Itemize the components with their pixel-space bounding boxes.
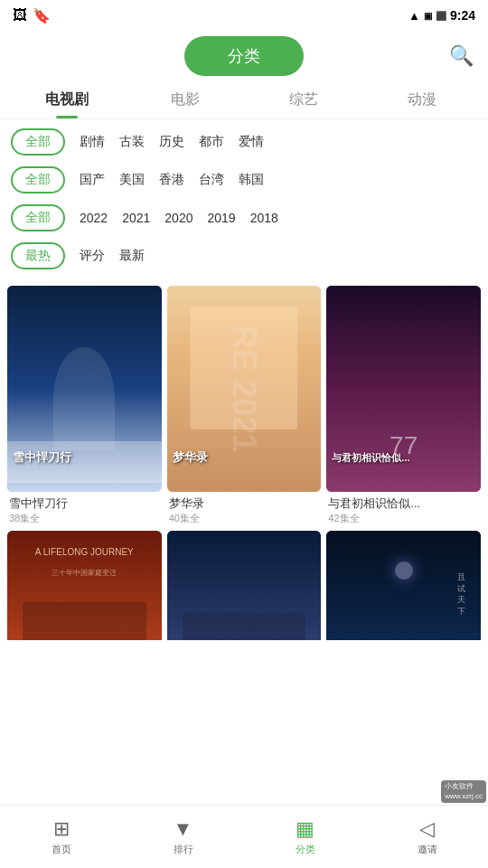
card-thumb-2: RE 2021 梦华录: [167, 286, 322, 492]
year-all-chip[interactable]: 全部: [11, 204, 65, 231]
year-2020[interactable]: 2020: [164, 211, 192, 225]
content-grid: 雪中悍刀行 雪中悍刀行 38集全 RE 2021 梦华录 梦华录 40集全 77…: [0, 278, 488, 640]
bottom-nav: ⊞ 首页 ▼ 排行 ▦ 分类 ◁ 邀请: [0, 805, 488, 868]
genre-filter-row: 全部 剧情 古装 历史 都市 爱情: [0, 123, 488, 161]
region-filter-row: 全部 国产 美国 香港 台湾 韩国: [0, 161, 488, 199]
card-1-figure-text: 雪中悍刀行: [13, 450, 156, 465]
region-korea[interactable]: 韩国: [239, 172, 264, 188]
watermark-badge: 小友软件www.xzrj.cc: [441, 780, 486, 803]
genre-costume[interactable]: 古装: [119, 134, 145, 150]
filter-section: 全部 剧情 古装 历史 都市 爱情 全部 国产 美国 香港 台湾 韩国 全部 2…: [0, 119, 488, 278]
image-icon: 🖼: [13, 7, 27, 24]
status-bar: 🖼 🔖 ▲ ▣ ⬛ 9:24: [0, 0, 488, 31]
status-icons-left: 🖼 🔖: [13, 7, 51, 24]
card-3-title: 与君初相识恰似...: [326, 495, 481, 512]
battery-icon: ⬛: [436, 11, 446, 21]
genre-all-chip[interactable]: 全部: [11, 128, 65, 156]
nav-tabs: 电视剧 电影 综艺 动漫: [0, 81, 488, 119]
card-1-sub: 38集全: [7, 512, 162, 525]
year-2019[interactable]: 2019: [207, 211, 235, 225]
card-5[interactable]: 警察荣誉 警察荣誉 36集全: [167, 531, 322, 640]
search-button[interactable]: 🔍: [449, 44, 474, 68]
sort-hot-chip[interactable]: 最热: [11, 242, 65, 269]
tab-variety[interactable]: 综艺: [244, 81, 362, 118]
region-china[interactable]: 国产: [80, 172, 105, 188]
card-6[interactable]: 且试天下 且试天下 且试天下 48集全: [326, 531, 481, 640]
card-2-figure-text: 梦华录: [173, 450, 316, 465]
home-icon: ⊞: [53, 817, 70, 841]
status-icons-right: ▲ ▣ ⬛ 9:24: [408, 8, 475, 23]
card-1[interactable]: 雪中悍刀行 雪中悍刀行 38集全: [7, 286, 162, 525]
header: 分类 🔍: [0, 31, 488, 81]
nav-ranking[interactable]: ▼ 排行: [122, 806, 244, 868]
invite-icon: ◁: [419, 817, 435, 841]
search-icon: 🔍: [449, 44, 474, 67]
card-3[interactable]: 77 与君初相识恰似... 与君初相识恰似... 42集全: [326, 286, 481, 525]
card-3-figure-text: 与君初相识恰似...: [332, 452, 475, 464]
tab-tvshow[interactable]: 电视剧: [7, 81, 126, 118]
signal-icon: ▣: [424, 11, 432, 21]
year-2022[interactable]: 2022: [80, 211, 108, 225]
card-4[interactable]: A LIFELONG JOURNEY 三十年中国家庭变迁 人世间 今日开播 人世…: [7, 531, 162, 640]
year-filter-row: 全部 2022 2021 2020 2019 2018: [0, 199, 488, 237]
card-thumb-3: 77 与君初相识恰似...: [326, 286, 481, 492]
category-button[interactable]: 分类: [184, 36, 304, 76]
card-2-title: 梦华录: [167, 495, 322, 512]
card-2-sub: 40集全: [167, 512, 322, 525]
category-icon: ▦: [296, 817, 314, 841]
nav-category[interactable]: ▦ 分类: [244, 806, 366, 868]
ranking-icon: ▼: [174, 817, 193, 841]
sort-newest[interactable]: 最新: [119, 248, 145, 264]
card-2[interactable]: RE 2021 梦华录 梦华录 40集全: [167, 286, 322, 525]
region-usa[interactable]: 美国: [119, 172, 145, 188]
time: 9:24: [450, 8, 475, 23]
card-thumb-4: A LIFELONG JOURNEY 三十年中国家庭变迁 人世间 今日开播: [7, 531, 162, 640]
nav-invite[interactable]: ◁ 邀请: [366, 806, 488, 868]
card-thumb-1: 雪中悍刀行: [7, 286, 162, 492]
card-3-sub: 42集全: [326, 512, 481, 525]
region-hongkong[interactable]: 香港: [159, 172, 184, 188]
genre-romance[interactable]: 爱情: [239, 134, 264, 150]
year-2018[interactable]: 2018: [250, 211, 278, 225]
nav-home[interactable]: ⊞ 首页: [0, 806, 122, 868]
region-taiwan[interactable]: 台湾: [199, 172, 224, 188]
year-2021[interactable]: 2021: [122, 211, 150, 225]
tab-movie[interactable]: 电影: [126, 81, 244, 118]
card-1-title: 雪中悍刀行: [7, 495, 162, 512]
tab-anime[interactable]: 动漫: [362, 81, 481, 118]
bookmark-icon: 🔖: [33, 7, 51, 24]
card-thumb-5: 警察荣誉: [167, 531, 322, 640]
sort-filter-row: 最热 评分 最新: [0, 237, 488, 275]
wifi-icon: ▲: [408, 9, 420, 23]
genre-city[interactable]: 都市: [199, 134, 224, 150]
genre-drama[interactable]: 剧情: [80, 134, 105, 150]
region-all-chip[interactable]: 全部: [11, 166, 65, 193]
card-thumb-6: 且试天下 且试天下: [326, 531, 481, 640]
sort-rating[interactable]: 评分: [80, 248, 105, 264]
genre-history[interactable]: 历史: [159, 134, 184, 150]
